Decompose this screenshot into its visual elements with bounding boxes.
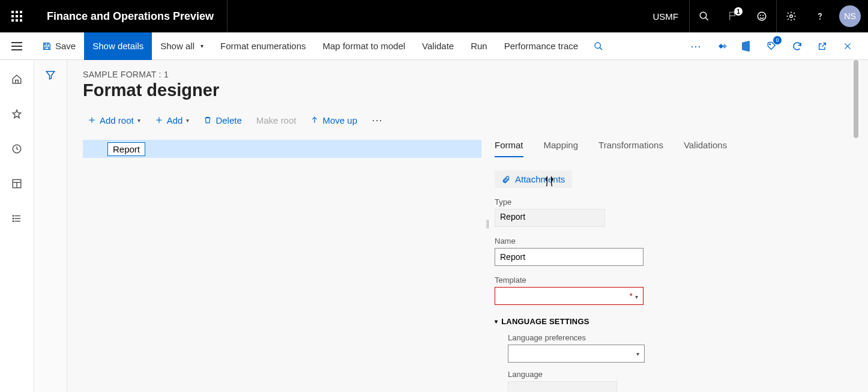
run-button[interactable]: Run xyxy=(462,32,496,60)
tab-format[interactable]: Format xyxy=(495,140,523,157)
svg-point-36 xyxy=(13,218,14,219)
ellipsis-icon: ⋯ xyxy=(372,113,384,127)
nav-home[interactable] xyxy=(0,70,34,89)
popout-icon xyxy=(818,41,827,51)
language-settings-header[interactable]: ▾ LANGUAGE SETTINGS xyxy=(495,317,836,326)
svg-point-12 xyxy=(760,15,761,16)
plus-icon xyxy=(88,116,96,124)
filter-button[interactable] xyxy=(45,70,56,392)
app-title: Finance and Operations Preview xyxy=(34,0,228,32)
format-enumerations-button[interactable]: Format enumerations xyxy=(212,32,315,60)
tree-node-report[interactable]: Report xyxy=(107,142,145,156)
svg-line-22 xyxy=(600,47,602,50)
svg-rect-0 xyxy=(11,11,14,13)
tab-transformations[interactable]: Transformations xyxy=(598,140,663,157)
nav-toggle-button[interactable] xyxy=(0,32,34,60)
user-avatar[interactable]: NS xyxy=(839,5,861,27)
options-button[interactable] xyxy=(710,32,734,60)
svg-rect-5 xyxy=(20,15,22,17)
save-button[interactable]: Save xyxy=(34,32,84,60)
app-launcher-button[interactable] xyxy=(0,0,34,32)
tree-row-selected[interactable]: Report xyxy=(83,140,481,158)
overflow-button[interactable]: ⋯ xyxy=(684,32,708,60)
plus-icon xyxy=(155,116,163,124)
nav-favorites[interactable] xyxy=(0,104,34,124)
attachments-button[interactable]: Attachments xyxy=(495,170,572,188)
svg-rect-20 xyxy=(45,47,49,49)
close-icon xyxy=(843,42,852,50)
show-all-button[interactable]: Show all▾ xyxy=(152,32,212,60)
svg-point-15 xyxy=(820,19,821,19)
make-root-button: Make root xyxy=(252,113,301,128)
chevron-down-icon: ▾ xyxy=(186,117,189,124)
move-up-button[interactable]: Move up xyxy=(306,113,362,128)
ellipsis-icon: ⋯ xyxy=(690,40,702,53)
map-format-button[interactable]: Map format to model xyxy=(315,32,414,60)
attachments-button[interactable]: 0 xyxy=(760,32,784,60)
left-nav-rail xyxy=(0,60,34,392)
notifications-button[interactable]: 1 xyxy=(719,0,747,32)
office-button[interactable] xyxy=(735,32,759,60)
chevron-down-icon: ▾ xyxy=(636,351,639,357)
clock-icon xyxy=(11,143,22,154)
help-icon xyxy=(815,11,825,22)
waffle-icon xyxy=(11,11,22,22)
pane-splitter[interactable]: ║ xyxy=(484,217,491,231)
language-value xyxy=(508,381,617,392)
performance-trace-button[interactable]: Performance trace xyxy=(496,32,586,60)
validate-button[interactable]: Validate xyxy=(414,32,462,60)
close-button[interactable] xyxy=(836,32,860,60)
diamond-icon xyxy=(716,43,727,50)
svg-point-21 xyxy=(595,43,600,48)
template-dropdown[interactable]: *▾ xyxy=(495,287,643,305)
funnel-icon xyxy=(45,70,56,80)
home-icon xyxy=(11,74,22,85)
popout-button[interactable] xyxy=(810,32,834,60)
help-button[interactable] xyxy=(806,0,834,32)
attachments-badge: 0 xyxy=(773,36,782,44)
type-label: Type xyxy=(495,198,836,207)
svg-point-14 xyxy=(790,15,793,18)
svg-point-35 xyxy=(13,216,14,217)
search-button[interactable] xyxy=(690,0,719,32)
svg-point-37 xyxy=(13,221,14,222)
settings-button[interactable] xyxy=(777,0,806,32)
svg-rect-1 xyxy=(16,11,18,13)
svg-rect-8 xyxy=(20,19,22,22)
star-icon xyxy=(11,109,22,119)
feedback-button[interactable] xyxy=(747,0,776,32)
nav-workspaces[interactable] xyxy=(0,174,34,193)
save-icon xyxy=(42,41,52,51)
delete-button[interactable]: Delete xyxy=(199,113,246,128)
chevron-down-icon: ▾ xyxy=(137,117,140,124)
designer-toolbar: Add root▾ Add▾ Delete Make root Move up … xyxy=(83,111,854,129)
chevron-down-icon: ▾ xyxy=(635,294,638,300)
name-label: Name xyxy=(495,237,836,246)
svg-rect-3 xyxy=(11,15,14,17)
actionbar-search-button[interactable] xyxy=(586,32,610,60)
company-picker[interactable]: USMF xyxy=(642,0,690,32)
chevron-down-icon: ▾ xyxy=(200,43,203,49)
gear-icon xyxy=(786,11,797,22)
refresh-button[interactable] xyxy=(785,32,809,60)
svg-point-13 xyxy=(763,15,764,16)
search-icon xyxy=(699,11,710,22)
language-label: Language xyxy=(508,370,836,379)
tab-mapping[interactable]: Mapping xyxy=(544,140,579,157)
office-icon xyxy=(742,41,752,52)
nav-recent[interactable] xyxy=(0,139,34,158)
tab-validations[interactable]: Validations xyxy=(684,140,727,157)
template-label: Template xyxy=(495,276,836,285)
add-root-button[interactable]: Add root▾ xyxy=(83,113,145,128)
add-button[interactable]: Add▾ xyxy=(150,113,194,128)
name-input[interactable] xyxy=(495,248,643,266)
search-icon xyxy=(594,41,603,51)
details-tabs: Format Mapping Transformations Validatio… xyxy=(495,140,836,157)
required-icon: * xyxy=(630,291,633,301)
scrollbar[interactable] xyxy=(854,60,858,138)
toolbar-overflow-button[interactable]: ⋯ xyxy=(367,111,388,129)
nav-modules[interactable] xyxy=(0,209,34,228)
svg-point-25 xyxy=(770,43,771,44)
language-preferences-dropdown[interactable]: ▾ xyxy=(508,345,645,363)
show-details-button[interactable]: Show details xyxy=(84,32,152,60)
